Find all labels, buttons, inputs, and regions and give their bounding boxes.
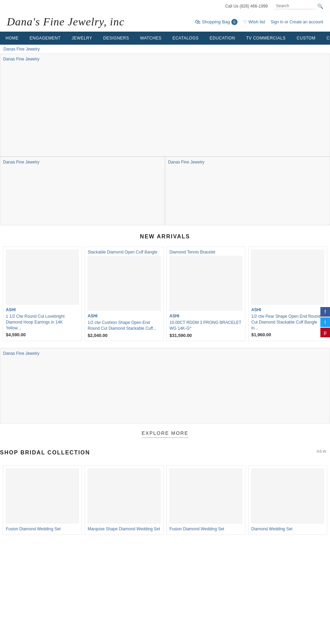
nav-item-home[interactable]: HOME xyxy=(0,32,24,45)
product-card[interactable]: Stackable Diamond Open Cuff BangleASHI1/… xyxy=(85,247,164,341)
bridal-product-image xyxy=(6,468,79,523)
bridal-product-name: Diamond Wedding Set xyxy=(251,526,324,532)
mid-banner: Danas Fine Jewelry xyxy=(0,348,330,423)
sign-in-link[interactable]: Sign In xyxy=(271,20,283,24)
bridal-card[interactable]: Diamond Wedding Set xyxy=(248,465,327,535)
heart-icon: ♡ xyxy=(243,19,247,24)
product-image xyxy=(169,256,242,311)
product-card[interactable]: Diamond Tennis BraceletASHI10.00CT RDDM … xyxy=(166,247,245,341)
product-title-top: Stackable Diamond Open Cuff Bangle xyxy=(88,250,161,255)
sign-in-area: Sign In or Create an account xyxy=(271,20,323,24)
bridal-new-label: NEW xyxy=(317,449,327,453)
product-card[interactable]: ASHI1 1/2 Ctw Round Cut Lovebright Diamo… xyxy=(3,247,82,341)
bridal-card[interactable]: Fusion Diamond Wedding Set xyxy=(166,465,245,535)
bridal-product-image xyxy=(88,468,161,523)
main-nav: HOMEENGAGEMENTJEWELRYDESIGNERSWATCHESECA… xyxy=(0,32,330,45)
explore-more-button[interactable]: EXPLORE MORE xyxy=(142,430,188,438)
bridal-product-image xyxy=(169,468,242,523)
nav-item-engagement[interactable]: ENGAGEMENT xyxy=(24,32,66,45)
site-logo[interactable]: Dana's Fine Jewelry, inc xyxy=(7,15,124,28)
product-card[interactable]: ASHI1/2 ctw Pear Shape Open End Round Cu… xyxy=(248,247,327,341)
bag-label: Shopping Bag xyxy=(202,19,230,24)
search-input[interactable] xyxy=(275,3,316,9)
search-icon[interactable]: 🔍 xyxy=(317,3,323,9)
shopping-bag[interactable]: 🛍 Shopping Bag 0 xyxy=(195,19,238,25)
two-col-banners: Danas Fine Jewelry Danas Fine Jewelry xyxy=(0,157,330,225)
nav-item-watches[interactable]: WATCHES xyxy=(135,32,167,45)
twitter-button[interactable]: t xyxy=(320,317,330,327)
product-name: 10.00CT RDDM 3 PRONG BRACELET WG 14K-G* xyxy=(169,320,242,331)
bridal-title: SHOP BRIDAL COLLECTION xyxy=(0,441,90,461)
banner-left[interactable]: Danas Fine Jewelry xyxy=(0,157,165,225)
nav-item-jewelry[interactable]: JEWELRY xyxy=(66,32,98,45)
new-arrivals-grid: ASHI1 1/2 Ctw Round Cut Lovebright Diamo… xyxy=(0,245,330,342)
bridal-product-name: Fusion Diamond Wedding Set xyxy=(6,526,79,532)
nav-item-contact-us[interactable]: CONTACT US xyxy=(321,32,330,45)
product-price: $4,590.00 xyxy=(6,332,79,337)
social-sidebar: f t p xyxy=(320,307,330,337)
bridal-header: SHOP BRIDAL COLLECTION NEW xyxy=(0,441,330,461)
banner-left-label: Danas Fine Jewelry xyxy=(3,160,39,165)
hero-banner-label: Danas Fine Jewelry xyxy=(3,57,39,61)
facebook-button[interactable]: f xyxy=(320,307,330,317)
bridal-product-image xyxy=(251,468,324,523)
phone-number: Call Us (828) 466-1999 xyxy=(225,4,268,9)
mid-banner-label: Danas Fine Jewelry xyxy=(3,351,39,356)
product-title-top: Diamond Tennis Bracelet xyxy=(169,250,242,255)
top-bar: Call Us (828) 466-1999 🔍 xyxy=(0,0,330,12)
hero-banner: Danas Fine Jewelry xyxy=(0,54,330,157)
bridal-card[interactable]: Marquise Shape Diamond Wedding Set xyxy=(85,465,164,535)
product-name: 1 1/2 Ctw Round Cut Lovebright Diamond H… xyxy=(6,314,79,331)
product-name: 1/2 ctw Cushion Shape Open End Round Cut… xyxy=(88,320,161,331)
nav-item-designers[interactable]: DESIGNERS xyxy=(98,32,134,45)
bridal-product-name: Marquise Shape Diamond Wedding Set xyxy=(88,526,161,532)
nav-item-tv-commercials[interactable]: TV COMMERCIALS xyxy=(241,32,291,45)
bridal-product-name: Fusion Diamond Wedding Set xyxy=(169,526,242,532)
breadcrumb[interactable]: Danas Fine Jewelry xyxy=(0,45,330,54)
search-area: 🔍 xyxy=(275,3,323,9)
banner-right-label: Danas Fine Jewelry xyxy=(168,160,204,165)
wishlist-label: Wish list xyxy=(249,19,265,24)
bag-icon: 🛍 xyxy=(195,19,200,25)
create-account-link[interactable]: Create an account xyxy=(289,20,323,24)
banner-right[interactable]: Danas Fine Jewelry xyxy=(165,157,330,225)
product-price: $2,040.00 xyxy=(88,333,161,338)
or-text: or xyxy=(285,20,288,24)
product-price: $1,960.00 xyxy=(251,332,324,337)
bridal-grid: Fusion Diamond Wedding SetMarquise Shape… xyxy=(0,464,330,536)
nav-item-ecatalogs[interactable]: ECATALOGS xyxy=(167,32,204,45)
nav-item-education[interactable]: EDUCATION xyxy=(204,32,241,45)
product-name: 1/2 ctw Pear Shape Open End Round Cut Di… xyxy=(251,314,324,331)
header-actions: 🛍 Shopping Bag 0 ♡ Wish list Sign In or … xyxy=(195,19,323,25)
product-image xyxy=(88,256,161,311)
product-image xyxy=(6,250,79,305)
wishlist[interactable]: ♡ Wish list xyxy=(243,19,265,24)
product-price: $31,590.00 xyxy=(169,333,242,338)
header: Dana's Fine Jewelry, inc 🛍 Shopping Bag … xyxy=(0,12,330,32)
nav-item-custom[interactable]: CUSTOM xyxy=(291,32,321,45)
bridal-card[interactable]: Fusion Diamond Wedding Set xyxy=(3,465,82,535)
product-brand: ASHI xyxy=(251,307,324,312)
product-brand: ASHI xyxy=(88,314,161,318)
bag-count: 0 xyxy=(231,19,238,25)
product-brand: ASHI xyxy=(6,307,79,312)
pinterest-button[interactable]: p xyxy=(320,328,330,337)
explore-more-section: EXPLORE MORE xyxy=(0,423,330,441)
new-arrivals-title: NEW ARRIVALS xyxy=(0,225,330,245)
product-image xyxy=(251,250,324,305)
product-brand: ASHI xyxy=(169,314,242,318)
